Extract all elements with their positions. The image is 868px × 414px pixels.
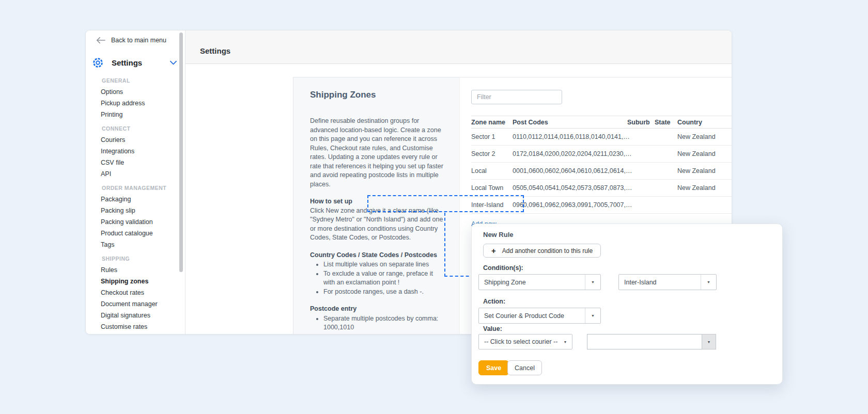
value-dropdown-button[interactable]: ▼ — [702, 334, 716, 349]
sidebar-item-digital-signatures[interactable]: Digital signatures — [86, 310, 178, 321]
codes-bullet: List multiple values on separate lines — [323, 260, 444, 269]
courier-select[interactable]: -- Click to select courier -- ▼ — [478, 334, 572, 349]
country: New Zealand — [677, 184, 732, 192]
table-row: Local 0001,0600,0602,0604,0610,0612,0614… — [471, 163, 732, 180]
save-button[interactable]: Save — [478, 360, 509, 375]
sidebar-item-shipping-zones[interactable]: Shipping zones — [86, 276, 178, 287]
panel-title: Shipping Zones — [310, 89, 444, 101]
sidebar-item-integrations[interactable]: Integrations — [86, 146, 178, 157]
post-codes: 0960,0961,0962,0963,0991,7005,7007,… — [513, 201, 627, 209]
table-header-row: Zone name Post Codes Suburb State Countr… — [471, 116, 732, 129]
back-to-main-menu-button[interactable]: Back to main menu — [96, 35, 166, 46]
codes-bullet-list: List multiple values on separate lines T… — [310, 260, 444, 296]
dropdown-arrow: ▼ — [585, 275, 600, 290]
zone-name: Inter-Island — [471, 201, 513, 209]
value-label: Value: — [483, 325, 502, 332]
plus-icon: + — [491, 246, 496, 255]
back-label: Back to main menu — [111, 37, 166, 44]
sidebar: Back to main menu Settings GENERAL Optio… — [86, 30, 185, 334]
table-row: Sector 1 0110,0112,0114,0116,0118,0140,0… — [471, 129, 732, 146]
new-rule-modal: New Rule + Add another condition to this… — [471, 224, 783, 385]
sidebar-item-api[interactable]: API — [86, 168, 178, 180]
nav-section-shipping: SHIPPING — [86, 253, 178, 264]
zone-name: Sector 2 — [471, 150, 513, 157]
sidebar-item-pickup-address[interactable]: Pickup address — [86, 98, 178, 109]
condition-zone-value: Inter-Island — [619, 279, 701, 286]
sidebar-item-options[interactable]: Options — [86, 86, 178, 98]
value-combobox: ▼ — [587, 334, 716, 349]
nav-section-general: GENERAL — [86, 75, 178, 86]
action-select[interactable]: Set Courier & Product Code ▼ — [478, 308, 601, 324]
table-row: Sector 2 0172,0184,0200,0202,0204,0211,0… — [471, 146, 732, 163]
sidebar-item-packing-validation[interactable]: Packing validation — [86, 216, 178, 228]
country: New Zealand — [677, 167, 732, 174]
courier-placeholder: -- Click to select courier -- — [479, 338, 559, 345]
condition-type-value: Shipping Zone — [479, 279, 585, 286]
sidebar-item-checkout-rates[interactable]: Checkout rates — [86, 287, 178, 298]
col-zone-name: Zone name — [471, 119, 513, 126]
postcode-bullet: Ranges with a dash: 2000-2005 — [323, 332, 444, 335]
zone-name: Sector 1 — [471, 133, 513, 140]
sidebar-item-csv-file[interactable]: CSV file — [86, 157, 178, 168]
condition-zone-select[interactable]: Inter-Island ▼ — [618, 274, 717, 290]
sidebar-settings-toggle[interactable]: Settings — [92, 53, 177, 72]
postcode-bullet: Separate multiple postcodes by comma: 10… — [323, 314, 444, 332]
post-codes: 0172,0184,0200,0202,0204,0211,0230,… — [513, 150, 627, 157]
dropdown-caret-icon: ▼ — [591, 280, 595, 284]
action-value: Set Courier & Product Code — [479, 312, 585, 320]
filter-input[interactable] — [471, 90, 562, 104]
codes-bullet: To exclude a value or range, preface it … — [323, 269, 444, 288]
sidebar-item-product-catalogue[interactable]: Product catalogue — [86, 228, 178, 239]
conditions-label: Condition(s): — [483, 264, 523, 272]
nav-section-order-management: ORDER MANAGEMENT — [86, 182, 178, 194]
nav-section-connect: CONNECT — [86, 123, 178, 134]
modal-title: New Rule — [483, 231, 514, 238]
panel-description: Shipping Zones Define reusable destinati… — [293, 77, 460, 335]
country: New Zealand — [677, 133, 732, 140]
dropdown-arrow: ▼ — [559, 335, 572, 349]
dropdown-arrow: ▼ — [585, 308, 600, 323]
sidebar-item-printing[interactable]: Printing — [86, 109, 178, 120]
dropdown-caret-icon: ▼ — [707, 340, 711, 344]
add-condition-button[interactable]: + Add another condition to this rule — [483, 244, 601, 258]
value-input[interactable] — [587, 334, 702, 349]
zone-name: Local — [471, 167, 513, 174]
post-codes: 0110,0112,0114,0116,0118,0140,0141,… — [513, 133, 627, 140]
dropdown-caret-icon: ▼ — [591, 314, 595, 317]
chevron-down-icon — [170, 60, 177, 65]
page: Back to main menu Settings GENERAL Optio… — [0, 0, 868, 414]
how-to-set-up-text: Click New zone and give it a clear name … — [310, 206, 444, 243]
col-country: Country — [677, 119, 732, 126]
country: New Zealand — [677, 150, 732, 157]
post-codes: 0001,0600,0602,0604,0610,0612,0614,… — [513, 167, 627, 174]
codes-heading: Country Codes / State Codes / Postcodes — [310, 251, 444, 260]
condition-type-select[interactable]: Shipping Zone ▼ — [478, 274, 601, 290]
col-state: State — [655, 119, 677, 126]
zone-name: Local Town — [471, 184, 513, 192]
gear-icon — [92, 57, 104, 69]
col-suburb: Suburb — [627, 119, 655, 126]
sidebar-title: Settings — [112, 58, 142, 67]
postcode-bullet-list: Separate multiple postcodes by comma: 10… — [310, 314, 444, 335]
sidebar-item-packing-slip[interactable]: Packing slip — [86, 205, 178, 216]
panel-intro-text: Define reusable destination groups for a… — [310, 117, 444, 189]
page-title: Settings — [200, 46, 230, 55]
table-row: Local Town 0505,0540,0541,0542,0573,0587… — [471, 180, 732, 197]
sidebar-scrollbar-thumb[interactable] — [179, 33, 183, 272]
postcode-entry-heading: Postcode entry — [310, 305, 444, 314]
sidebar-item-couriers[interactable]: Couriers — [86, 134, 178, 146]
zones-table: Zone name Post Codes Suburb State Countr… — [471, 116, 732, 214]
col-post-codes: Post Codes — [513, 119, 627, 126]
dropdown-arrow: ▼ — [701, 275, 716, 290]
sidebar-item-rules[interactable]: Rules — [86, 264, 178, 276]
how-to-set-up-heading: How to set up — [310, 197, 444, 206]
sidebar-item-tags[interactable]: Tags — [86, 239, 178, 250]
post-codes: 0505,0540,0541,0542,0573,0587,0873,… — [513, 184, 627, 192]
cancel-button[interactable]: Cancel — [507, 360, 542, 375]
sidebar-item-document-manager[interactable]: Document manager — [86, 298, 178, 310]
sidebar-item-packaging[interactable]: Packaging — [86, 194, 178, 205]
action-label: Action: — [483, 298, 505, 305]
sidebar-nav: GENERAL Options Pickup address Printing … — [86, 75, 178, 332]
table-row-inter-island: Inter-Island 0960,0961,0962,0963,0991,70… — [471, 197, 732, 214]
sidebar-item-customise-rates[interactable]: Customise rates — [86, 321, 178, 332]
